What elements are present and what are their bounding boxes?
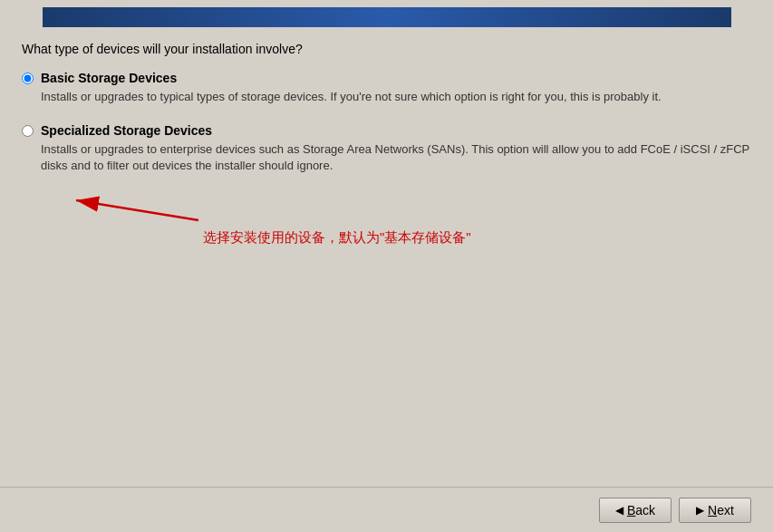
back-button-label: Back — [627, 503, 655, 517]
next-icon: ▶ — [696, 504, 704, 517]
specialized-storage-option: Specialized Storage Devices Installs or … — [22, 123, 751, 174]
main-content: What type of devices will your installat… — [0, 27, 773, 266]
specialized-storage-desc: Installs or upgrades to enterprise devic… — [41, 142, 749, 172]
next-button[interactable]: ▶ Next — [679, 498, 751, 523]
specialized-storage-label[interactable]: Specialized Storage Devices — [41, 123, 751, 138]
question-text: What type of devices will your installat… — [22, 42, 751, 56]
specialized-storage-content: Specialized Storage Devices Installs or … — [41, 123, 751, 174]
back-icon: ◀ — [615, 504, 623, 517]
basic-storage-radio[interactable] — [22, 73, 34, 84]
specialized-storage-radio[interactable] — [22, 125, 34, 137]
basic-storage-label[interactable]: Basic Storage Devices — [41, 71, 662, 85]
next-button-label: Next — [708, 503, 734, 517]
top-banner — [43, 7, 731, 27]
basic-storage-desc: Installs or upgrades to typical types of… — [41, 90, 662, 103]
basic-storage-option: Basic Storage Devices Installs or upgrad… — [22, 71, 751, 105]
basic-storage-content: Basic Storage Devices Installs or upgrad… — [41, 71, 662, 105]
bottom-bar: ◀ Back ▶ Next — [0, 487, 773, 532]
annotation-area: 选择安装使用的设备，默认为"基本存储设备" — [58, 193, 751, 266]
svg-line-1 — [76, 200, 198, 220]
annotation-text: 选择安装使用的设备，默认为"基本存储设备" — [203, 229, 471, 247]
back-button[interactable]: ◀ Back — [599, 498, 672, 523]
